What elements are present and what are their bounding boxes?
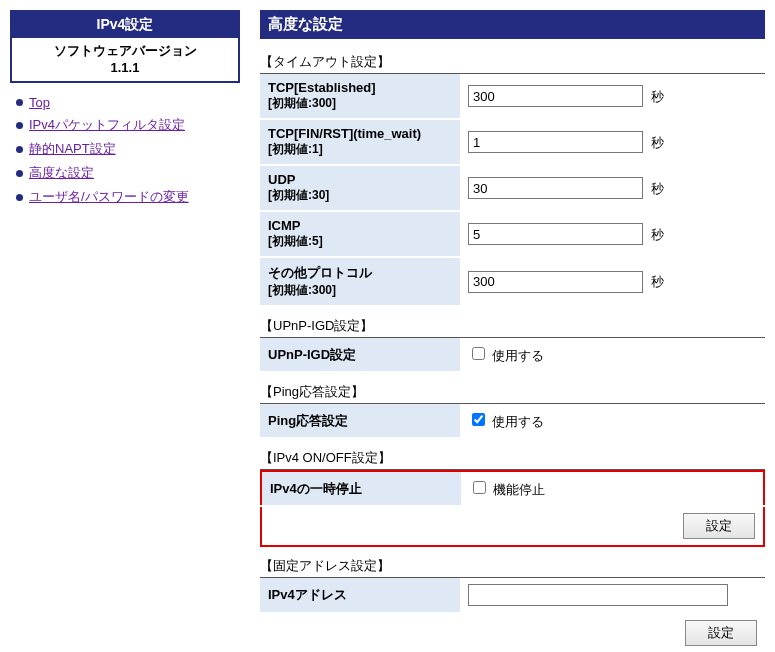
ipv4-onoff-checkbox-wrap[interactable]: 機能停止: [469, 482, 545, 497]
bullet-icon: [16, 146, 23, 153]
fixed-addr-table: IPv4アドレス 設定: [260, 578, 765, 652]
tcp-finrst-default: [初期値:1]: [268, 141, 452, 158]
icmp-input[interactable]: [468, 223, 643, 245]
bullet-icon: [16, 122, 23, 129]
sidebar-link-top[interactable]: Top: [29, 95, 50, 110]
tcp-finrst-label-text: TCP[FIN/RST](time_wait): [268, 126, 421, 141]
udp-default: [初期値:30]: [268, 187, 452, 204]
ping-checkbox[interactable]: [472, 413, 485, 426]
bullet-icon: [16, 99, 23, 106]
sidebar-item-userpass[interactable]: ユーザ名/パスワードの変更: [16, 188, 240, 206]
sidebar-item-advanced[interactable]: 高度な設定: [16, 164, 240, 182]
other-proto-label: その他プロトコル [初期値:300]: [260, 257, 460, 306]
sidebar-link-advanced[interactable]: 高度な設定: [29, 164, 94, 182]
sidebar-box-title: IPv4設定: [12, 12, 238, 38]
tcp-finrst-input[interactable]: [468, 131, 643, 153]
tcp-finrst-label: TCP[FIN/RST](time_wait) [初期値:1]: [260, 119, 460, 165]
ipv4-onoff-checkbox[interactable]: [473, 481, 486, 494]
section-label-ipv4-onoff: 【IPv4 ON/OFF設定】: [260, 449, 765, 467]
ipv4-onoff-submit-button[interactable]: 設定: [683, 513, 755, 539]
other-proto-input[interactable]: [468, 271, 643, 293]
sidebar-item-packet-filter[interactable]: IPv4パケットフィルタ設定: [16, 116, 240, 134]
other-proto-label-text: その他プロトコル: [268, 265, 372, 280]
sidebar-link-userpass[interactable]: ユーザ名/パスワードの変更: [29, 188, 189, 206]
unit-seconds: 秒: [651, 89, 664, 104]
sidebar-item-static-napt[interactable]: 静的NAPT設定: [16, 140, 240, 158]
fixed-addr-submit-button[interactable]: 設定: [685, 620, 757, 646]
section-label-fixed-addr: 【固定アドレス設定】: [260, 557, 765, 575]
sidebar: IPv4設定 ソフトウェアバージョン 1.1.1 Top IPv4パケットフィル…: [10, 10, 240, 652]
unit-seconds: 秒: [651, 181, 664, 196]
ipv4-onoff-table: IPv4の一時停止 機能停止 設定: [260, 470, 765, 547]
fixed-addr-input[interactable]: [468, 584, 728, 606]
page-title: 高度な設定: [260, 10, 765, 39]
software-version-label: ソフトウェアバージョン: [12, 42, 238, 60]
fixed-addr-row-label: IPv4アドレス: [260, 578, 460, 613]
tcp-established-label-text: TCP[Established]: [268, 80, 376, 95]
bullet-icon: [16, 170, 23, 177]
ping-checkbox-wrap[interactable]: 使用する: [468, 414, 544, 429]
tcp-established-input[interactable]: [468, 85, 643, 107]
sidebar-box-body: ソフトウェアバージョン 1.1.1: [12, 38, 238, 81]
timeout-table: TCP[Established] [初期値:300] 秒 TCP[FIN/RST…: [260, 74, 765, 307]
ping-checkbox-label: 使用する: [492, 414, 544, 429]
sidebar-link-static-napt[interactable]: 静的NAPT設定: [29, 140, 116, 158]
icmp-label-text: ICMP: [268, 218, 301, 233]
icmp-default: [初期値:5]: [268, 233, 452, 250]
section-label-ping: 【Ping応答設定】: [260, 383, 765, 401]
sidebar-info-box: IPv4設定 ソフトウェアバージョン 1.1.1: [10, 10, 240, 83]
software-version-value: 1.1.1: [12, 60, 238, 75]
tcp-established-default: [初期値:300]: [268, 95, 452, 112]
section-label-timeout: 【タイムアウト設定】: [260, 53, 765, 71]
sidebar-item-top[interactable]: Top: [16, 95, 240, 110]
bullet-icon: [16, 194, 23, 201]
unit-seconds: 秒: [651, 135, 664, 150]
ping-row-label: Ping応答設定: [260, 404, 460, 438]
ipv4-onoff-row-label: IPv4の一時停止: [261, 471, 461, 506]
section-label-upnp: 【UPnP-IGD設定】: [260, 317, 765, 335]
udp-input[interactable]: [468, 177, 643, 199]
icmp-label: ICMP [初期値:5]: [260, 211, 460, 257]
other-proto-default: [初期値:300]: [268, 282, 452, 299]
ping-table: Ping応答設定 使用する: [260, 404, 765, 439]
upnp-checkbox[interactable]: [472, 347, 485, 360]
unit-seconds: 秒: [651, 274, 664, 289]
ipv4-onoff-checkbox-label: 機能停止: [493, 482, 545, 497]
main-content: 高度な設定 【タイムアウト設定】 TCP[Established] [初期値:3…: [260, 10, 765, 652]
upnp-row-label: UPnP-IGD設定: [260, 338, 460, 372]
udp-label: UDP [初期値:30]: [260, 165, 460, 211]
sidebar-link-packet-filter[interactable]: IPv4パケットフィルタ設定: [29, 116, 185, 134]
udp-label-text: UDP: [268, 172, 295, 187]
tcp-established-label: TCP[Established] [初期値:300]: [260, 74, 460, 119]
upnp-table: UPnP-IGD設定 使用する: [260, 338, 765, 373]
upnp-checkbox-label: 使用する: [492, 348, 544, 363]
sidebar-nav: Top IPv4パケットフィルタ設定 静的NAPT設定 高度な設定 ユーザ名/パ…: [10, 95, 240, 206]
unit-seconds: 秒: [651, 227, 664, 242]
upnp-checkbox-wrap[interactable]: 使用する: [468, 348, 544, 363]
